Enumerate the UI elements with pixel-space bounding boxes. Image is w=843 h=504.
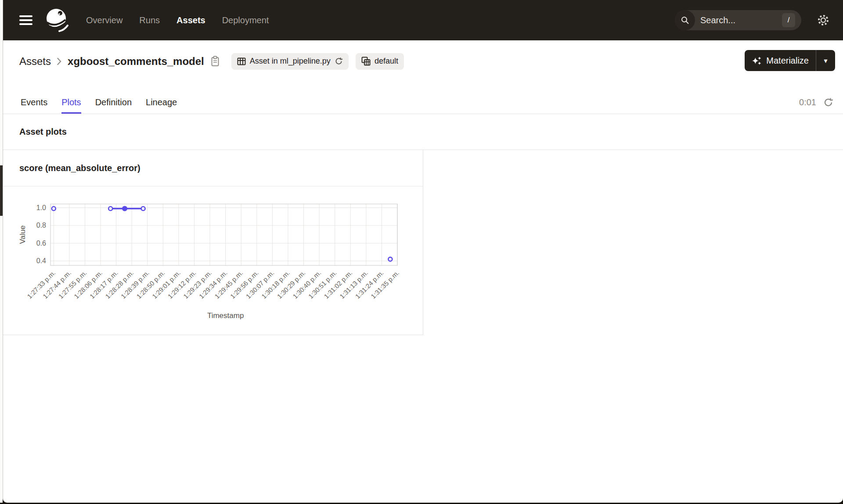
data-point[interactable] xyxy=(388,257,392,261)
materialize-split-button: Materialize ▾ xyxy=(745,50,835,71)
gear-icon[interactable] xyxy=(817,14,830,27)
nav-links: Overview Runs Assets Deployment xyxy=(86,15,269,25)
refresh-countdown: 0:01 xyxy=(799,97,816,107)
tab-lineage[interactable]: Lineage xyxy=(146,97,177,114)
svg-text:Timestamp: Timestamp xyxy=(207,311,244,320)
table-grid-icon xyxy=(237,57,246,66)
nav-item-runs[interactable]: Runs xyxy=(139,15,160,25)
app-window: Overview Runs Assets Deployment Search..… xyxy=(3,0,843,503)
tab-events[interactable]: Events xyxy=(21,97,47,114)
group-badge[interactable]: default xyxy=(356,53,404,70)
group-badge-label: default xyxy=(375,57,398,66)
nav-item-overview[interactable]: Overview xyxy=(86,15,122,25)
page-title: xgboost_comments_model xyxy=(68,55,204,68)
top-nav: Overview Runs Assets Deployment Search..… xyxy=(3,0,843,40)
materialize-button[interactable]: Materialize xyxy=(745,50,816,71)
refresh-icon[interactable] xyxy=(823,97,833,107)
materialize-dropdown-button[interactable]: ▾ xyxy=(816,50,835,71)
tab-plots[interactable]: Plots xyxy=(61,97,81,114)
breadcrumb-assets-link[interactable]: Assets xyxy=(19,55,51,68)
materialize-label: Materialize xyxy=(766,56,809,66)
reload-icon[interactable] xyxy=(335,57,343,65)
plot-title: score (mean_absolute_error) xyxy=(19,163,140,173)
nav-item-deployment[interactable]: Deployment xyxy=(222,15,269,25)
search-icon xyxy=(675,10,695,30)
data-point[interactable] xyxy=(52,207,56,211)
svg-text:0.4: 0.4 xyxy=(36,257,46,265)
code-location-label: Asset in ml_pipeline.py xyxy=(250,57,331,66)
svg-text:0.8: 0.8 xyxy=(36,222,46,229)
svg-text:0.6: 0.6 xyxy=(36,239,46,247)
search-input[interactable]: Search... / xyxy=(675,10,801,30)
hamburger-menu-icon[interactable] xyxy=(19,15,32,25)
sparkles-icon xyxy=(752,56,762,66)
asset-group-icon xyxy=(361,57,371,66)
nav-item-assets[interactable]: Assets xyxy=(177,15,205,25)
svg-text:1.0: 1.0 xyxy=(36,204,46,211)
asset-plots-section-header: Asset plots xyxy=(3,114,843,150)
metric-line-chart[interactable]: 0.40.60.81.01:27:33 p.m.1:27:44 p.m.1:27… xyxy=(3,186,423,335)
code-location-badge[interactable]: Asset in ml_pipeline.py xyxy=(231,53,349,70)
search-placeholder: Search... xyxy=(700,15,782,25)
data-point[interactable] xyxy=(141,207,145,211)
asset-header: Assets xgboost_comments_model Asset in m… xyxy=(3,40,843,82)
caret-down-icon: ▾ xyxy=(824,57,827,65)
svg-text:Value: Value xyxy=(18,225,27,244)
chevron-right-icon xyxy=(57,57,61,65)
data-point[interactable] xyxy=(122,206,127,211)
asset-tabs: Events Plots Definition Lineage 0:01 xyxy=(3,93,843,114)
tab-definition[interactable]: Definition xyxy=(95,97,132,114)
section-title: Asset plots xyxy=(19,127,67,137)
copy-icon[interactable] xyxy=(210,56,220,67)
dagster-logo[interactable] xyxy=(45,7,70,33)
data-point[interactable] xyxy=(108,207,112,211)
search-shortcut-badge: / xyxy=(782,13,795,27)
plot-card: score (mean_absolute_error) 0.40.60.81.0… xyxy=(3,150,423,335)
